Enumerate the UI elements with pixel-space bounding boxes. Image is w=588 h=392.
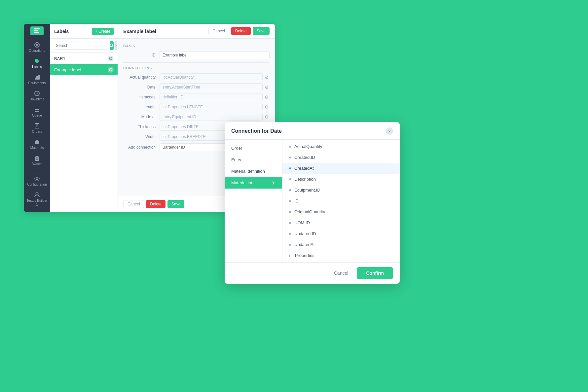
svg-rect-13	[35, 109, 39, 110]
sidebar-item-equipments[interactable]: Equipments	[25, 72, 49, 88]
dialog-left-order[interactable]: Order	[225, 142, 282, 154]
sidebar-item-operations[interactable]: Operations	[25, 39, 49, 55]
dialog-cancel-button[interactable]: Cancel	[329, 267, 354, 279]
connection-dialog: Connection for Date × Order Entry Materi…	[225, 122, 400, 284]
dialog-left-material-definition[interactable]: Material definition	[225, 165, 282, 177]
itemcode-input[interactable]	[160, 93, 263, 101]
dialog-confirm-button[interactable]: Confirm	[357, 267, 393, 279]
search-input[interactable]	[53, 42, 108, 50]
length-gear-button[interactable]: ⚙	[264, 104, 270, 110]
labels-panel-title: Labels	[54, 29, 69, 34]
info-icon: i	[109, 57, 112, 60]
form-save-button[interactable]: Save	[253, 27, 270, 35]
dialog-right-original-quantity[interactable]: OriginalQuantity	[282, 206, 400, 217]
actual-quantity-row: Actual quantity ⚙	[123, 73, 270, 81]
dialog-right-updatedat[interactable]: UpdatedAt	[282, 239, 400, 250]
dialog-right-updatedat-label: UpdatedAt	[294, 242, 314, 247]
dot-icon	[289, 157, 291, 159]
expand-icon: ›	[289, 254, 290, 258]
dialog-right-uom-id[interactable]: UOM.ID	[282, 217, 400, 228]
dialog-right-description[interactable]: Description	[282, 174, 400, 185]
actual-quantity-input[interactable]	[160, 73, 263, 81]
chevron-right-icon	[271, 181, 276, 185]
svg-rect-7	[36, 76, 38, 80]
form-footer-save-button[interactable]: Save	[167, 200, 184, 208]
sidebar-item-operations-label: Operations	[29, 49, 45, 53]
equipments-icon	[34, 74, 40, 80]
materials-icon	[34, 139, 40, 145]
dialog-right-updated-id[interactable]: Updated.ID	[282, 228, 400, 239]
actual-quantity-gear-button[interactable]: ⚙	[264, 74, 270, 81]
date-gear-button[interactable]: ⚙	[264, 84, 270, 90]
dot-icon	[289, 200, 291, 202]
sidebar-item-user-label: Testby Builder 1	[26, 199, 48, 207]
dialog-right-properties[interactable]: › Properties	[282, 250, 400, 261]
sidebar-item-materials[interactable]: Materials	[25, 136, 49, 153]
dialog-right-id[interactable]: ID	[282, 196, 400, 206]
svg-rect-20	[36, 140, 38, 141]
connections-section-title: Connections	[123, 66, 270, 70]
clear-search-button[interactable]: ×	[115, 41, 117, 50]
dialog-right-createdat-label: CreatedAt	[294, 166, 314, 171]
sidebar-item-labels[interactable]: Labels	[25, 55, 49, 72]
date-wrap: ⚙	[160, 83, 270, 91]
create-label-button[interactable]: + Create	[92, 28, 114, 35]
svg-rect-6	[35, 78, 36, 80]
sidebar-item-downtime[interactable]: Downtime	[25, 88, 49, 104]
sidebar-item-downtime-label: Downtime	[30, 97, 44, 101]
length-row: Length ⚙	[123, 103, 270, 111]
dot-icon-selected	[289, 167, 291, 169]
svg-rect-12	[35, 108, 39, 108]
id-field-wrap	[160, 51, 270, 59]
label-item-example[interactable]: Example label i	[50, 64, 118, 75]
sidebar-item-orders[interactable]: Orders	[25, 120, 49, 136]
form-cancel-button[interactable]: Cancel	[208, 27, 229, 35]
configuration-icon	[34, 176, 40, 182]
label-item-bar1[interactable]: BAR1 i	[50, 53, 118, 64]
downtime-icon	[34, 90, 40, 96]
sidebar-item-materials-label: Materials	[30, 146, 44, 150]
made-at-gear-button[interactable]: ⚙	[264, 114, 270, 120]
dialog-right-equipment-id[interactable]: Equipment.ID	[282, 185, 400, 196]
dialog-right-createdat[interactable]: CreatedAt	[282, 163, 400, 174]
label-item-bar1-badge: i	[108, 55, 114, 61]
sidebar-item-user[interactable]: Testby Builder 1	[25, 189, 49, 209]
made-at-input[interactable]	[160, 113, 263, 121]
sidebar-item-configuration[interactable]: Configuration	[25, 173, 49, 189]
date-input[interactable]	[160, 83, 263, 91]
sidebar: Operations Labels Equipments Downti	[24, 24, 50, 212]
queue-icon	[34, 107, 40, 113]
itemcode-gear-button[interactable]: ⚙	[264, 94, 270, 100]
dialog-title: Connection for Date	[231, 128, 282, 134]
sidebar-item-equipments-label: Equipments	[28, 81, 46, 85]
labels-icon	[34, 58, 40, 64]
svg-line-11	[37, 93, 38, 94]
made-at-label: Made at	[123, 115, 160, 119]
dialog-close-button[interactable]: ×	[386, 127, 393, 135]
svg-point-4	[36, 44, 38, 46]
sidebar-item-queue[interactable]: Queue	[25, 104, 49, 120]
dialog-left-material-lot[interactable]: Material lot	[225, 177, 282, 189]
svg-rect-1	[34, 30, 38, 31]
form-header-actions: Cancel Delete Save	[208, 27, 270, 35]
dialog-right-actual-quantity[interactable]: ActualQuantity	[282, 141, 400, 152]
dialog-left-material-lot-label: Material lot	[231, 180, 252, 185]
dot-icon	[289, 146, 291, 148]
dialog-right-updated-id-label: Updated.ID	[294, 231, 316, 236]
svg-rect-0	[34, 28, 40, 29]
length-input[interactable]	[160, 103, 263, 111]
dialog-right-id-label: ID	[294, 198, 299, 203]
info-icon-active: i	[109, 68, 112, 71]
form-footer-delete-button[interactable]: Delete	[146, 200, 165, 208]
date-label: Date	[123, 85, 160, 89]
dialog-left-entry[interactable]: Entry	[225, 154, 282, 165]
id-field[interactable]	[160, 51, 270, 59]
form-delete-button[interactable]: Delete	[231, 27, 251, 35]
sidebar-item-waste[interactable]: Waste	[25, 153, 49, 169]
close-icon: ×	[388, 129, 391, 134]
form-footer-cancel-button[interactable]: Cancel	[123, 200, 144, 208]
labels-panel: Labels + Create × BAR1	[50, 24, 118, 212]
dialog-right-created-id[interactable]: Created.ID	[282, 152, 400, 163]
svg-text:i: i	[110, 69, 111, 71]
search-button[interactable]	[110, 41, 114, 50]
